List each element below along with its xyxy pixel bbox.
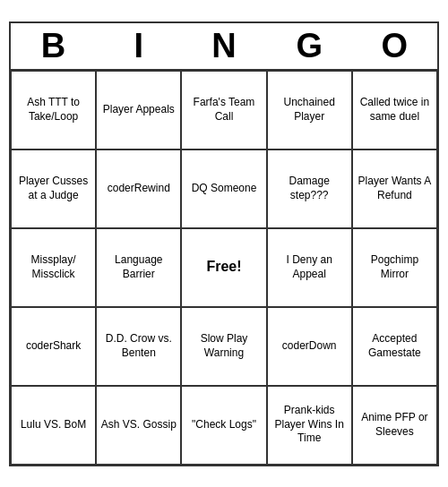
bingo-cell-19: Accepted Gamestate: [352, 307, 437, 386]
bingo-cell-21: Ash VS. Gossip: [96, 386, 181, 465]
bingo-cell-18: coderDown: [267, 307, 352, 386]
bingo-cell-13: I Deny an Appeal: [267, 228, 352, 307]
bingo-cell-17: Slow Play Warning: [181, 307, 266, 386]
bingo-cell-6: coderRewind: [96, 150, 181, 228]
bingo-cell-9: Player Wants A Refund: [352, 150, 437, 228]
bingo-cell-5: Player Cusses at a Judge: [11, 150, 96, 228]
bingo-cell-4: Called twice in same duel: [352, 71, 437, 150]
bingo-cell-20: Lulu VS. BoM: [11, 386, 96, 465]
bingo-cell-15: coderShark: [11, 307, 96, 386]
free-space: Free!: [181, 228, 266, 307]
header-letter-n: N: [185, 27, 263, 65]
header-letter-i: I: [99, 27, 178, 65]
bingo-cell-2: Farfa's Team Call: [181, 71, 266, 150]
bingo-card: BINGO Ash TTT to Take/LoopPlayer Appeals…: [9, 21, 439, 466]
bingo-cell-3: Unchained Player: [267, 71, 352, 150]
bingo-cell-22: "Check Logs": [181, 386, 266, 465]
bingo-cell-11: Language Barrier: [96, 228, 181, 307]
bingo-cell-0: Ash TTT to Take/Loop: [11, 71, 96, 150]
bingo-cell-16: D.D. Crow vs. Benten: [96, 307, 181, 386]
header-letter-o: O: [355, 27, 434, 65]
bingo-header: BINGO: [11, 23, 437, 71]
bingo-cell-24: Anime PFP or Sleeves: [352, 386, 437, 465]
bingo-cell-1: Player Appeals: [96, 71, 181, 150]
bingo-cell-23: Prank-kids Player Wins In Time: [267, 386, 352, 465]
bingo-cell-10: Missplay/ Missclick: [11, 228, 96, 307]
bingo-cell-8: Damage step???: [267, 150, 352, 228]
header-letter-b: B: [14, 27, 93, 65]
header-letter-g: G: [270, 27, 349, 65]
bingo-cell-14: Pogchimp Mirror: [352, 228, 437, 307]
bingo-cell-7: DQ Someone: [181, 150, 266, 228]
bingo-grid: Ash TTT to Take/LoopPlayer AppealsFarfa'…: [11, 71, 437, 465]
